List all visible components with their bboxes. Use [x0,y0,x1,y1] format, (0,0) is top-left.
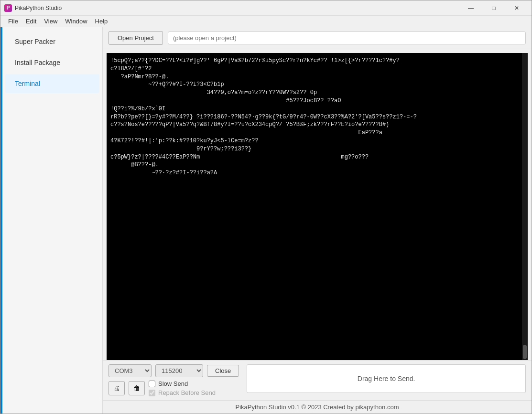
port-select[interactable]: COM3 [109,364,152,377]
main-area: Super Packer Install Package Terminal Op… [0,27,532,414]
sidebar-item-install-package[interactable]: Install Package [5,53,99,72]
open-project-button[interactable]: Open Project [109,31,163,45]
footer: PikaPython Studio v0.1 © 2023 Created by… [103,400,532,414]
terminal-wrapper: !5cpQ?;a??{??DC=??L?<i?#]g??' 6gP?|Va%?b… [107,53,528,360]
controls-row2: 🖨 🗑 Slow Send Repack [109,380,239,396]
print-button[interactable]: 🖨 [109,381,125,395]
slow-send-label[interactable]: Slow Send [149,380,216,387]
print-icon: 🖨 [113,384,120,392]
trash-icon: 🗑 [133,384,140,392]
terminal-output[interactable]: !5cpQ?;a??{??DC=??L?<i?#]g??' 6gP?|Va%?b… [107,53,528,360]
terminal-scrollbar[interactable] [522,53,528,360]
menu-help[interactable]: Help [91,17,112,26]
close-serial-button[interactable]: Close [207,365,239,377]
send-options: Slow Send Repack Before Send [149,380,216,396]
scrollbar-thumb[interactable] [523,345,527,359]
repack-before-send-checkbox[interactable] [149,390,155,396]
baud-select[interactable]: 115200 [155,364,203,377]
project-path-input[interactable] [168,32,526,44]
sidebar: Super Packer Install Package Terminal [2,27,103,414]
menu-edit[interactable]: Edit [22,17,40,26]
app-icon: P [4,4,12,12]
trash-button[interactable]: 🗑 [129,381,145,395]
controls-row1: COM3 115200 Close [109,364,239,377]
repack-before-send-label: Repack Before Send [149,389,216,396]
menu-window[interactable]: Window [61,17,91,26]
minimize-button[interactable]: — [460,0,482,16]
sidebar-item-super-packer[interactable]: Super Packer [5,32,99,51]
menu-bar: File Edit View Window Help [0,16,532,27]
window-controls: — □ ✕ [460,0,528,16]
sidebar-item-terminal[interactable]: Terminal [5,74,99,93]
content-area: Open Project !5cpQ?;a??{??DC=??L?<i?#]g?… [103,27,532,414]
app-title: PikaPython Studio [15,5,460,11]
drag-to-send-area[interactable]: Drag Here to Send. [247,364,526,393]
slow-send-checkbox[interactable] [149,381,155,387]
bottom-controls: COM3 115200 Close 🖨 🗑 [103,360,532,400]
maximize-button[interactable]: □ [483,0,505,16]
controls-left: COM3 115200 Close 🖨 🗑 [109,364,239,396]
app-window: P PikaPython Studio — □ ✕ File Edit View… [0,0,532,414]
title-bar: P PikaPython Studio — □ ✕ [0,0,532,16]
menu-view[interactable]: View [40,17,61,26]
close-button[interactable]: ✕ [506,0,528,16]
menu-file[interactable]: File [4,17,22,26]
